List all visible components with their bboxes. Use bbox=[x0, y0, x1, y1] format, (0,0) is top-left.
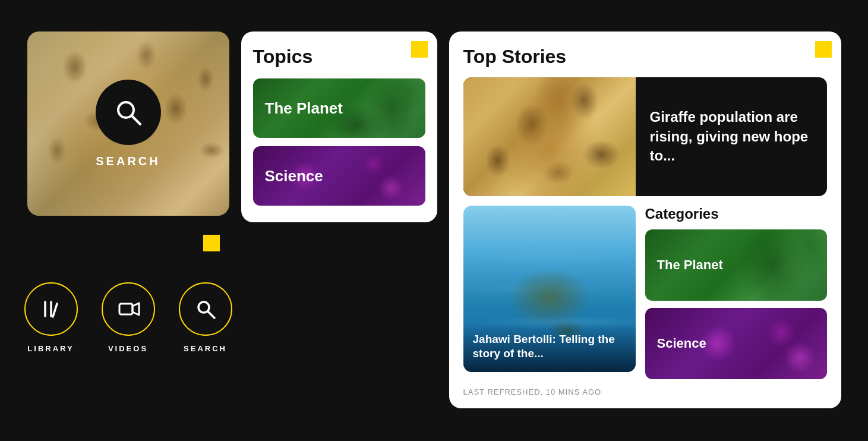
main-story-text-area: Giraffe population are rising, giving ne… bbox=[636, 77, 827, 196]
top-stories-title: Top Stories bbox=[463, 46, 827, 68]
nav-item-search[interactable]: SEARCH bbox=[179, 282, 232, 353]
search-icon-nav bbox=[194, 297, 217, 321]
nat-geo-logo-right bbox=[815, 41, 832, 58]
category-item-the-planet[interactable]: The Planet bbox=[645, 229, 827, 301]
search-icon bbox=[113, 97, 144, 128]
search-label: SEARCH bbox=[96, 155, 160, 168]
library-icon bbox=[39, 297, 63, 321]
middle-column: Topics The Planet Science bbox=[241, 32, 437, 222]
videos-circle bbox=[102, 282, 155, 336]
last-refreshed-text: LAST REFRESHED, 10 MINS AGO bbox=[463, 388, 827, 396]
nat-geo-logo-nav bbox=[203, 235, 220, 251]
topic-science-label: Science bbox=[253, 167, 323, 185]
nat-geo-logo-topics bbox=[411, 41, 428, 58]
svg-line-1 bbox=[132, 116, 140, 124]
topics-title: Topics bbox=[253, 46, 425, 68]
right-column: Top Stories Giraffe population are risin… bbox=[449, 32, 841, 408]
search-circle-nav bbox=[179, 282, 232, 336]
secondary-story-label: Jahawi Bertolli: Telling the story of th… bbox=[463, 323, 636, 372]
svg-rect-5 bbox=[119, 304, 132, 314]
categories-column: Categories The Planet Science bbox=[645, 206, 827, 379]
videos-label: VIDEOS bbox=[108, 344, 148, 353]
topic-planet-label: The Planet bbox=[253, 99, 343, 118]
topic-item-the-planet[interactable]: The Planet bbox=[253, 78, 425, 138]
app-layout: SEARCH LIBRARY bbox=[15, 20, 853, 421]
svg-line-8 bbox=[208, 311, 214, 318]
secondary-story-text: Jahawi Bertolli: Telling the story of th… bbox=[473, 332, 626, 361]
bottom-row: Jahawi Bertolli: Telling the story of th… bbox=[463, 206, 827, 379]
secondary-story[interactable]: Jahawi Bertolli: Telling the story of th… bbox=[463, 206, 636, 372]
nav-card: LIBRARY VIDEOS bbox=[27, 225, 229, 410]
main-story[interactable]: Giraffe population are rising, giving ne… bbox=[463, 77, 827, 196]
category-item-science[interactable]: Science bbox=[645, 308, 827, 379]
categories-title: Categories bbox=[645, 206, 827, 222]
svg-line-4 bbox=[53, 304, 57, 317]
svg-marker-6 bbox=[132, 303, 139, 315]
main-story-image bbox=[463, 77, 636, 196]
videos-icon bbox=[116, 297, 140, 321]
topics-card: Topics The Planet Science bbox=[241, 32, 437, 222]
category-planet-label: The Planet bbox=[645, 257, 723, 273]
search-label-nav: SEARCH bbox=[184, 344, 227, 353]
nav-icons-row: LIBRARY VIDEOS bbox=[24, 282, 232, 353]
category-science-label: Science bbox=[645, 336, 706, 351]
nav-item-library[interactable]: LIBRARY bbox=[24, 282, 78, 353]
nav-item-videos[interactable]: VIDEOS bbox=[102, 282, 155, 353]
main-story-headline: Giraffe population are rising, giving ne… bbox=[650, 108, 813, 165]
topic-item-science[interactable]: Science bbox=[253, 146, 425, 206]
giraffe-head-shape bbox=[463, 77, 636, 196]
library-label: LIBRARY bbox=[27, 344, 74, 353]
search-card[interactable]: SEARCH bbox=[27, 32, 229, 216]
search-circle bbox=[96, 80, 161, 145]
library-circle bbox=[24, 282, 78, 336]
left-column: SEARCH LIBRARY bbox=[27, 32, 229, 410]
top-stories-card: Top Stories Giraffe population are risin… bbox=[449, 32, 841, 408]
